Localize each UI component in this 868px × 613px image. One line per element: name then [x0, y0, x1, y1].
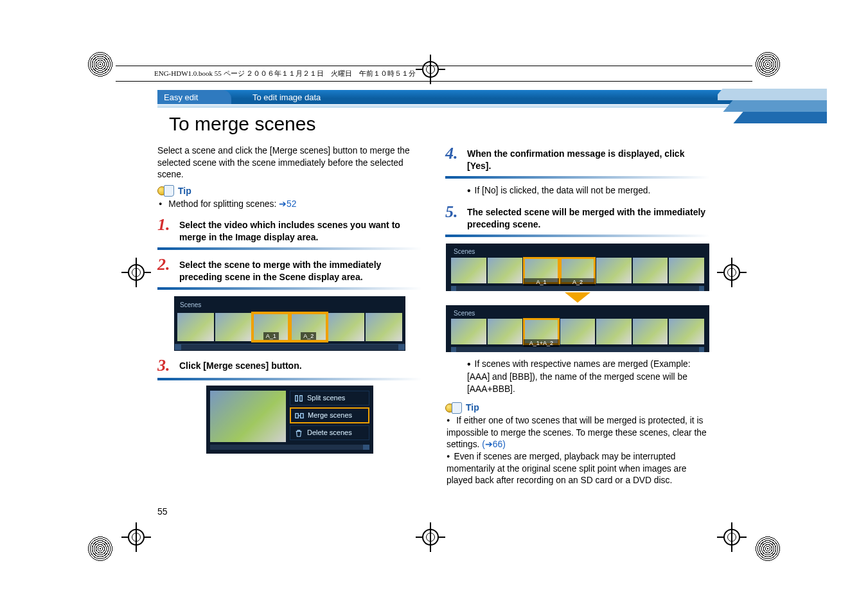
step-4-title: When the confirmation message is display… [467, 145, 710, 172]
svg-rect-2 [296, 413, 298, 418]
divider [445, 176, 710, 179]
tab-subsection: To edit image data [235, 90, 328, 104]
arrow-down-icon [565, 292, 590, 303]
tip-bullet: Method for splitting scenes: ➔52 [159, 199, 422, 211]
page-title: To merge scenes [169, 113, 710, 135]
divider [157, 378, 422, 380]
tip-label: Tip [178, 185, 191, 197]
tip-bullet: Even if scenes are merged, playback may … [447, 451, 710, 487]
merge-icon [295, 411, 304, 420]
svg-rect-3 [301, 413, 303, 418]
merge-result-screenshot: Scenes .. A_1 A_2 ... [446, 244, 709, 352]
link-page-52[interactable]: ➔52 [279, 199, 296, 209]
step-5-note: If scenes with respective names are merg… [467, 357, 710, 395]
divider [445, 235, 710, 237]
registration-mark-icon [719, 260, 745, 285]
scene-strip-screenshot: Scenes A_1 A_2 [174, 296, 405, 351]
step-number-2: 2. [157, 256, 173, 273]
registration-mark-icon [123, 524, 149, 550]
scene-thumb [215, 313, 252, 341]
preview-thumb [210, 391, 286, 442]
step-number-5: 5. [445, 204, 461, 220]
tip-icon [157, 185, 174, 197]
registration-mark-icon [719, 524, 745, 550]
svg-rect-0 [296, 396, 298, 402]
crop-mark-icon [755, 51, 781, 77]
scene-panel-label: Scenes [448, 245, 707, 258]
step-5-title: The selected scene will be merged with t… [467, 204, 710, 231]
scene-thumb [177, 313, 214, 341]
tip-label: Tip [466, 402, 479, 414]
intro-text: Select a scene and click the [Merge scen… [157, 145, 422, 181]
registration-mark-icon [123, 260, 149, 285]
registration-mark-icon [418, 524, 443, 550]
menu-delete-scenes: Delete scenes [290, 425, 369, 440]
tip-bullet: If either one of two scenes that will be… [447, 415, 710, 451]
trash-icon [294, 429, 303, 438]
step-1-title: Select the video which includes scenes y… [179, 217, 422, 244]
scrollbar [451, 347, 704, 352]
divider [157, 247, 422, 250]
step-2-title: Select the scene to merge with the immed… [179, 256, 422, 283]
section-tabs: Easy edit To edit image data [157, 90, 710, 109]
corner-decoration [718, 87, 827, 126]
tip-icon [445, 402, 462, 414]
scene-panel-label: Scenes [175, 297, 405, 311]
step-4-note: If [No] is clicked, the data will not be… [467, 184, 710, 198]
step-number-3: 3. [157, 357, 173, 374]
split-icon [294, 394, 303, 403]
menu-merge-scenes: Merge scenes [290, 407, 369, 423]
divider [157, 287, 422, 290]
crop-mark-icon [755, 536, 781, 562]
file-header: ENG-HDW1.0.book 55 ページ ２００６年１１月２１日 火曜日 午… [116, 66, 752, 82]
scene-panel-label: Scenes [448, 306, 707, 319]
menu-split-scenes: Split scenes [290, 391, 369, 405]
link-page-66[interactable]: (➔66) [482, 440, 506, 449]
scene-thumb [366, 313, 402, 341]
scrollbar [175, 344, 405, 350]
step-number-4: 4. [445, 145, 461, 162]
crop-mark-icon [87, 536, 113, 562]
step-number-1: 1. [157, 217, 173, 233]
merge-menu-screenshot: Split scenes Merge scenes Delete scenes [206, 386, 373, 454]
scene-thumb [328, 313, 365, 341]
scene-thumb-a2: A_2 [290, 313, 327, 341]
step-3-title: Click [Merge scenes] button. [179, 357, 302, 372]
tab-easy-edit: Easy edit [157, 90, 231, 104]
svg-rect-1 [300, 396, 303, 402]
scrollbar [210, 445, 369, 450]
scene-thumb-a1: A_1 [252, 313, 289, 341]
crop-mark-icon [87, 51, 113, 77]
scrollbar [451, 286, 704, 291]
